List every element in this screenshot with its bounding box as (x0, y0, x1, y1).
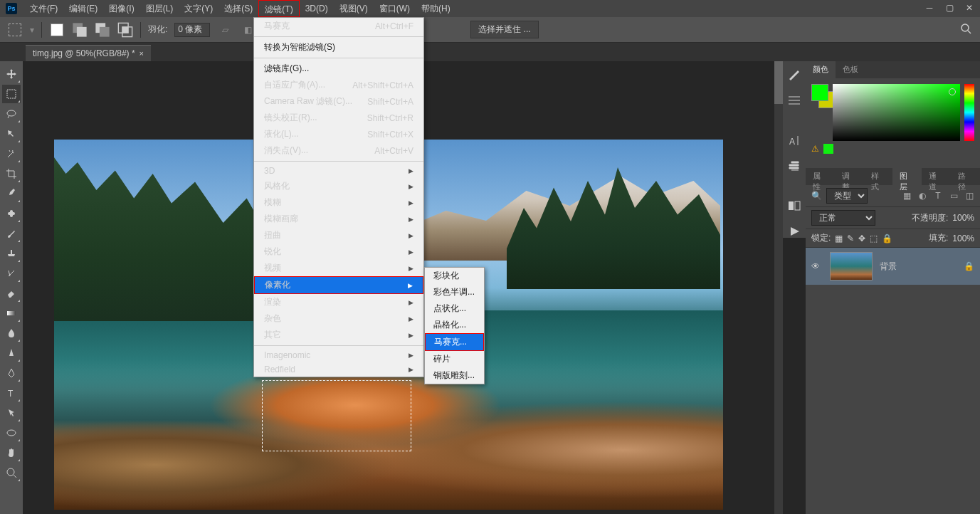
menu-other[interactable]: 其它 (254, 327, 423, 343)
minimize-icon[interactable]: ─ (924, 3, 934, 13)
character-panel-icon[interactable]: A (787, 134, 801, 147)
lock-all-icon[interactable]: 🔒 (882, 234, 892, 243)
tab-styles[interactable]: 样式 (864, 168, 893, 185)
hue-slider[interactable] (964, 84, 974, 141)
menu-select[interactable]: 选择(S) (218, 0, 258, 17)
menu-last-filter[interactable]: 马赛克Alt+Ctrl+F (254, 18, 423, 34)
brushes-panel-icon[interactable] (787, 68, 801, 81)
antialias-icon[interactable]: ▱ (217, 22, 233, 38)
menu-noise[interactable]: 杂色 (254, 310, 423, 327)
filter-kind-icon[interactable]: 🔍 (811, 191, 822, 201)
submenu-mosaic[interactable]: 马赛克... (425, 333, 484, 351)
submenu-color-halftone[interactable]: 彩色半调... (425, 284, 484, 300)
menu-filter[interactable]: 滤镜(T) (258, 0, 299, 17)
menu-distort[interactable]: 扭曲 (254, 227, 423, 243)
filter-adjust-icon[interactable]: ◐ (917, 191, 927, 201)
tab-swatches[interactable]: 色板 (836, 61, 865, 78)
submenu-mezzotint[interactable]: 铜版雕刻... (425, 367, 484, 384)
history-brush-tool[interactable] (2, 264, 21, 283)
selection-intersect-icon[interactable] (117, 22, 133, 38)
menu-filter-gallery[interactable]: 滤镜库(G)... (254, 61, 423, 77)
menu-blur-gallery[interactable]: 模糊画廊 (254, 211, 423, 227)
menu-camera-raw[interactable]: Camera Raw 滤镜(C)...Shift+Ctrl+A (254, 93, 423, 110)
filter-type-icon[interactable]: T (933, 191, 943, 201)
warning-icon[interactable]: ⚠ (811, 144, 819, 154)
filter-smart-icon[interactable]: ◫ (964, 191, 974, 201)
menu-type[interactable]: 文字(Y) (179, 0, 218, 17)
menu-window[interactable]: 窗口(W) (374, 0, 416, 17)
path-select-tool[interactable] (2, 404, 21, 422)
lock-transparency-icon[interactable]: ▦ (835, 234, 843, 243)
brush-settings-icon[interactable] (787, 94, 801, 107)
menu-vanishing-point[interactable]: 消失点(V)...Alt+Ctrl+V (254, 142, 423, 159)
lock-position-icon[interactable]: ✥ (858, 234, 865, 243)
lock-pixels-icon[interactable]: ✎ (847, 234, 854, 243)
submenu-pointillize[interactable]: 点状化... (425, 300, 484, 317)
vertical-scrollbar[interactable] (774, 61, 783, 514)
menu-liquify[interactable]: 液化(L)...Shift+Ctrl+X (254, 126, 423, 142)
menu-imagenomic[interactable]: Imagenomic (254, 348, 423, 362)
tab-channels[interactable]: 通道 (922, 168, 951, 185)
menu-lens-correction[interactable]: 镜头校正(R)...Shift+Ctrl+R (254, 110, 423, 126)
filter-shape-icon[interactable]: ▭ (949, 191, 959, 201)
clone-stamp-tool[interactable] (2, 244, 21, 263)
menu-edit[interactable]: 编辑(E) (63, 0, 103, 17)
menu-adaptive-wide[interactable]: 自适应广角(A)...Alt+Shift+Ctrl+A (254, 77, 423, 93)
layer-filter-select[interactable]: 类型 (826, 188, 868, 204)
lasso-tool[interactable] (2, 105, 21, 123)
tab-close-icon[interactable]: × (139, 49, 144, 58)
submenu-facet[interactable]: 彩块化 (425, 268, 484, 284)
eraser-tool[interactable] (2, 284, 21, 303)
selection-subtract-icon[interactable] (95, 22, 110, 38)
opacity-value[interactable]: 100% (952, 213, 974, 223)
scrollbar-thumb[interactable] (774, 61, 783, 104)
menu-view[interactable]: 视图(V) (334, 0, 374, 17)
hand-tool[interactable] (2, 444, 21, 462)
crop-tool[interactable] (2, 164, 21, 183)
zoom-tool[interactable] (2, 463, 21, 482)
tab-layers[interactable]: 图层 (892, 168, 922, 185)
menu-image[interactable]: 图像(I) (103, 0, 139, 17)
menu-blur[interactable]: 模糊 (254, 194, 423, 211)
spot-heal-tool[interactable] (2, 204, 21, 223)
dodge-tool[interactable] (2, 344, 21, 362)
shape-tool[interactable] (2, 424, 21, 442)
menu-pixelate[interactable]: 像素化 (254, 276, 423, 294)
feather-input[interactable] (174, 23, 210, 37)
menu-layer[interactable]: 图层(L) (140, 0, 179, 17)
pen-tool[interactable] (2, 364, 21, 382)
tab-properties[interactable]: 属性 (806, 168, 835, 185)
blur-tool[interactable] (2, 324, 21, 342)
magic-wand-tool[interactable] (2, 145, 21, 163)
lock-artboard-icon[interactable]: ⬚ (870, 234, 878, 243)
paragraph-panel-icon[interactable] (787, 159, 801, 172)
submenu-crystallize[interactable]: 晶格化... (425, 317, 484, 333)
gradient-tool[interactable] (2, 304, 21, 322)
tab-adjustments[interactable]: 调整 (835, 168, 864, 185)
select-and-mask-button[interactable]: 选择并遮住 ... (470, 21, 538, 38)
marquee-tool[interactable] (2, 85, 21, 103)
info-panel-icon[interactable] (787, 199, 801, 212)
submenu-fragment[interactable]: 碎片 (425, 351, 484, 367)
quick-select-tool[interactable] (2, 125, 21, 143)
closest-color-swatch[interactable] (823, 144, 833, 154)
menu-stylize[interactable]: 风格化 (254, 178, 423, 194)
tab-color[interactable]: 颜色 (806, 61, 836, 78)
tab-paths[interactable]: 路径 (951, 168, 980, 185)
menu-convert-smart[interactable]: 转换为智能滤镜(S) (254, 39, 423, 56)
layer-name[interactable]: 背景 (880, 261, 897, 273)
layer-row[interactable]: 👁 背景 🔒 (806, 248, 980, 285)
filter-pixel-icon[interactable]: ▦ (902, 191, 912, 201)
menu-help[interactable]: 帮助(H) (416, 0, 456, 17)
menu-file[interactable]: 文件(F) (24, 0, 63, 17)
brush-tool[interactable] (2, 224, 21, 243)
menu-3d[interactable]: 3D (254, 164, 423, 178)
maximize-icon[interactable]: ▢ (944, 3, 954, 13)
eyedropper-tool[interactable] (2, 184, 21, 203)
search-icon[interactable] (960, 23, 971, 36)
type-tool[interactable]: T (2, 384, 21, 402)
move-tool[interactable] (2, 65, 21, 83)
menu-sharpen[interactable]: 锐化 (254, 243, 423, 260)
menu-video[interactable]: 视频 (254, 260, 423, 276)
menu-render[interactable]: 渲染 (254, 294, 423, 310)
